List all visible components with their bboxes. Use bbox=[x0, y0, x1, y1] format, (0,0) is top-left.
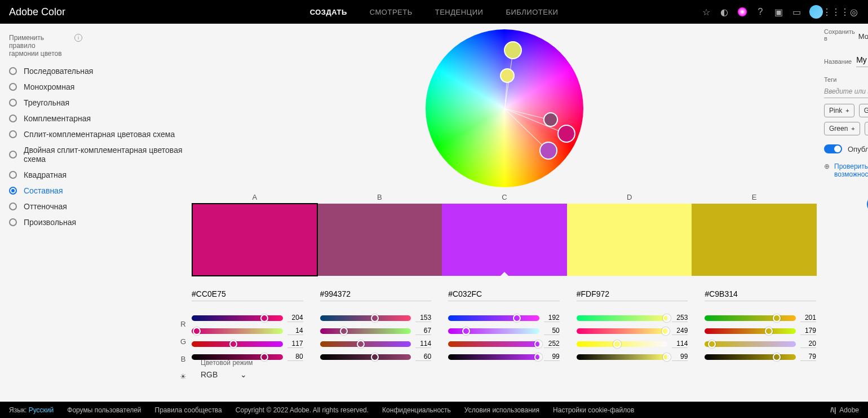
harmony-rule-5[interactable]: Двойная сплит-комплементарная цветовая с… bbox=[9, 146, 183, 164]
g-0-value[interactable] bbox=[287, 327, 303, 335]
harmony-rule-8[interactable]: Оттеночная bbox=[9, 202, 183, 211]
color-wheel[interactable] bbox=[426, 29, 583, 187]
swatch-0[interactable] bbox=[192, 204, 317, 276]
bright-1-value[interactable] bbox=[415, 353, 431, 361]
wheel-handle-0[interactable] bbox=[504, 41, 522, 59]
tag-gold[interactable]: Gold+ bbox=[865, 122, 868, 135]
bright-2-value[interactable] bbox=[544, 353, 560, 361]
slider-channel-labels: R G B ☀ bbox=[175, 276, 192, 381]
wheel-handle-4[interactable] bbox=[557, 125, 575, 143]
apps-icon[interactable]: ⋮⋮⋮ bbox=[831, 7, 841, 17]
b-4-value[interactable] bbox=[800, 340, 816, 348]
swatch-letter: D bbox=[567, 193, 692, 201]
nav-libraries[interactable]: БИБЛИОТЕКИ bbox=[506, 8, 558, 16]
harmony-rule-7[interactable]: Составная bbox=[9, 186, 183, 195]
cc-icon[interactable]: ◎ bbox=[849, 7, 859, 17]
b-2-value[interactable] bbox=[544, 340, 560, 348]
hex-input-0[interactable] bbox=[192, 287, 303, 301]
g-2-slider[interactable] bbox=[448, 328, 539, 334]
accessibility-link[interactable]: ⊕ Проверить специальные возможности bbox=[824, 162, 868, 178]
swatch-1[interactable] bbox=[317, 204, 442, 276]
r-4-value[interactable] bbox=[800, 314, 816, 322]
swatch-4[interactable] bbox=[692, 204, 817, 276]
b-1-slider[interactable] bbox=[320, 341, 411, 347]
color-mode-select[interactable]: RGB ⌄ bbox=[201, 370, 253, 379]
library-dropdown[interactable]: Мои библио... bbox=[858, 32, 868, 41]
b-4-slider[interactable] bbox=[705, 341, 796, 347]
star-icon[interactable]: ☆ bbox=[701, 7, 711, 17]
radio-icon bbox=[9, 203, 17, 210]
tag-pink[interactable]: Pink+ bbox=[824, 104, 854, 117]
r-1-slider[interactable] bbox=[320, 315, 411, 321]
r-1-value[interactable] bbox=[415, 314, 431, 322]
avatar[interactable] bbox=[809, 5, 823, 19]
swatch-3[interactable] bbox=[567, 204, 692, 276]
info-icon[interactable]: i bbox=[74, 34, 82, 42]
g-0-slider[interactable] bbox=[192, 328, 283, 334]
tags-input[interactable] bbox=[824, 85, 868, 98]
nav-explore[interactable]: СМОТРЕТЬ bbox=[370, 8, 413, 16]
harmony-rule-6[interactable]: Квадратная bbox=[9, 170, 183, 179]
r-3-value[interactable] bbox=[672, 314, 688, 322]
tag-green[interactable]: Green+ bbox=[824, 122, 860, 135]
nav-create[interactable]: СОЗДАТЬ bbox=[310, 8, 347, 16]
radio-label: Двойная сплит-комплементарная цветовая с… bbox=[24, 146, 183, 164]
g-3-value[interactable] bbox=[672, 327, 688, 335]
g-4-slider[interactable] bbox=[705, 328, 796, 334]
g-1-slider[interactable] bbox=[320, 328, 411, 334]
b-0-value[interactable] bbox=[287, 340, 303, 348]
book-icon[interactable]: ▣ bbox=[773, 7, 783, 17]
harmony-rule-list: ПоследовательнаяМонохромнаяТреугольнаяКо… bbox=[9, 67, 183, 227]
chat-icon[interactable]: ▭ bbox=[791, 7, 801, 17]
r-0-slider[interactable] bbox=[192, 315, 283, 321]
g-4-value[interactable] bbox=[800, 327, 816, 335]
g-1-value[interactable] bbox=[415, 327, 431, 335]
r-4-slider[interactable] bbox=[705, 315, 796, 321]
publish-toggle[interactable] bbox=[824, 144, 842, 153]
g-2-value[interactable] bbox=[544, 327, 560, 335]
swatch-2[interactable] bbox=[442, 204, 567, 276]
bright-0-value[interactable] bbox=[287, 353, 303, 361]
hex-input-4[interactable] bbox=[705, 287, 816, 301]
hex-input-1[interactable] bbox=[320, 287, 432, 301]
b-0-slider[interactable] bbox=[192, 341, 283, 347]
nav-trends[interactable]: ТЕНДЕНЦИИ bbox=[435, 8, 484, 16]
color-column-1 bbox=[320, 287, 432, 381]
help-icon[interactable]: ? bbox=[755, 7, 765, 17]
tag-girl[interactable]: Girl+ bbox=[859, 104, 868, 117]
r-3-slider[interactable] bbox=[577, 315, 668, 321]
harmony-rule-title: Применить правило гармонии цветов i bbox=[9, 34, 82, 58]
globe-icon: ⊕ bbox=[824, 162, 830, 170]
r-2-value[interactable] bbox=[544, 314, 560, 322]
contrast-icon[interactable]: ◐ bbox=[719, 7, 729, 17]
harmony-rule-0[interactable]: Последовательная bbox=[9, 67, 183, 76]
wheel-handle-2[interactable] bbox=[543, 112, 558, 127]
hex-input-3[interactable] bbox=[577, 287, 688, 301]
b-2-slider[interactable] bbox=[448, 341, 539, 347]
harmony-rule-3[interactable]: Комплементарная bbox=[9, 114, 183, 123]
bright-4-slider[interactable] bbox=[705, 354, 796, 360]
wheel-handle-1[interactable] bbox=[500, 68, 515, 83]
bright-4-value[interactable] bbox=[800, 353, 816, 361]
harmony-rule-9[interactable]: Произвольная bbox=[9, 218, 183, 227]
r-2-slider[interactable] bbox=[448, 315, 539, 321]
r-0-value[interactable] bbox=[287, 314, 303, 322]
label-g: G bbox=[175, 337, 192, 346]
bright-3-slider[interactable] bbox=[577, 354, 668, 360]
hex-input-2[interactable] bbox=[448, 287, 560, 301]
wheel-handle-3[interactable] bbox=[539, 142, 557, 160]
b-3-value[interactable] bbox=[672, 340, 688, 348]
harmony-rule-2[interactable]: Треугольная bbox=[9, 98, 183, 107]
b-3-slider[interactable] bbox=[577, 341, 668, 347]
radio-label: Комплементарная bbox=[24, 114, 91, 123]
color-wheel-icon[interactable] bbox=[737, 7, 747, 17]
bright-1-slider[interactable] bbox=[320, 354, 411, 360]
g-3-slider[interactable] bbox=[577, 328, 668, 334]
plus-icon: + bbox=[845, 107, 849, 114]
bright-2-slider[interactable] bbox=[448, 354, 539, 360]
harmony-rule-4[interactable]: Сплит-комплементарная цветовая схема bbox=[9, 130, 183, 139]
b-1-value[interactable] bbox=[415, 340, 431, 348]
harmony-rule-1[interactable]: Монохромная bbox=[9, 82, 183, 91]
bright-3-value[interactable] bbox=[672, 353, 688, 361]
theme-name-input[interactable] bbox=[856, 53, 868, 67]
